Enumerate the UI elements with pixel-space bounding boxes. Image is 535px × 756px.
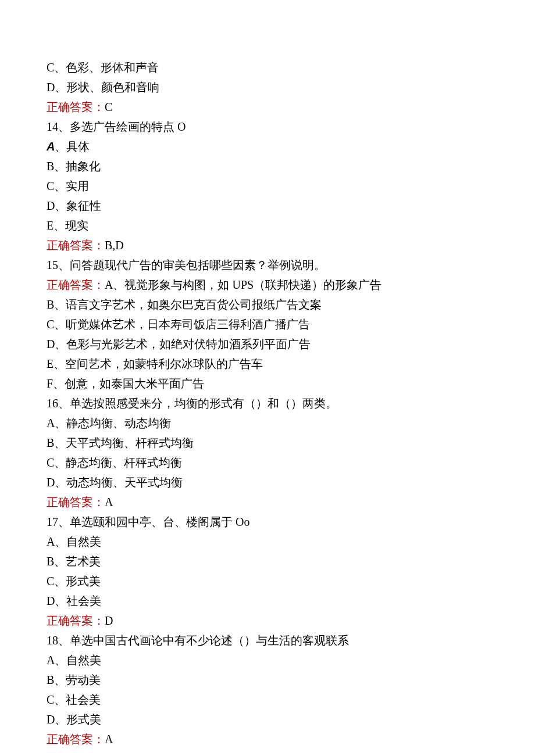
answer-label: 正确答案： bbox=[47, 239, 105, 252]
line-text: 14、多选广告绘画的特点 O bbox=[47, 120, 186, 133]
text-line: C、形式美 bbox=[47, 572, 488, 590]
text-line: C、社会美 bbox=[47, 690, 488, 709]
text-line: D、形状、颜色和音响 bbox=[47, 78, 488, 96]
answer-value: B,D bbox=[105, 239, 124, 252]
line-text: A、自然美 bbox=[47, 535, 101, 548]
line-text: F、创意，如泰国大米平面广告 bbox=[47, 377, 204, 390]
text-line: D、社会美 bbox=[47, 592, 488, 610]
text-line: E、现实 bbox=[47, 216, 488, 235]
line-text: B、劳动美 bbox=[47, 673, 101, 686]
text-line: A、具体 bbox=[47, 137, 488, 156]
line-text: C、色彩、形体和声音 bbox=[47, 61, 159, 74]
answer-label: 正确答案： bbox=[47, 733, 105, 746]
line-text: B、天平式均衡、杆秤式均衡 bbox=[47, 436, 194, 449]
text-line: A、静态均衡、动态均衡 bbox=[47, 414, 488, 432]
answer-label: 正确答案： bbox=[47, 614, 105, 627]
text-line: D、象征性 bbox=[47, 196, 488, 215]
answer-value: A bbox=[105, 733, 113, 746]
line-text: C、社会美 bbox=[47, 693, 101, 706]
line-text: 17、单选颐和园中亭、台、楼阁属于 Oo bbox=[47, 515, 249, 528]
document-content: C、色彩、形体和声音D、形状、颜色和音响正确答案：C14、多选广告绘画的特点 O… bbox=[47, 58, 488, 748]
line-text: D、象征性 bbox=[47, 199, 101, 212]
line-text: D、社会美 bbox=[47, 594, 101, 607]
line-text: D、形状、颜色和音响 bbox=[47, 81, 159, 94]
text-line: D、动态均衡、天平式均衡 bbox=[47, 473, 488, 492]
text-line: B、抽象化 bbox=[47, 157, 488, 175]
text-line: D、形式美 bbox=[47, 710, 488, 729]
answer-value: A、视觉形象与构图，如 UPS（联邦快递）的形象广告 bbox=[105, 278, 381, 291]
text-line: 正确答案：A bbox=[47, 730, 488, 748]
answer-value: A bbox=[105, 496, 113, 508]
text-line: C、色彩、形体和声音 bbox=[47, 58, 488, 77]
line-text: C、实用 bbox=[47, 180, 89, 192]
line-text: A、自然美 bbox=[47, 654, 101, 667]
text-line: A、自然美 bbox=[47, 532, 488, 551]
line-text: 18、单选中国古代画论中有不少论述（）与生活的客观联系 bbox=[47, 634, 349, 647]
answer-value: D bbox=[105, 614, 113, 627]
line-text: C、形式美 bbox=[47, 575, 101, 587]
answer-label: 正确答案： bbox=[47, 278, 105, 291]
text-line: 16、单选按照感受来分，均衡的形式有（）和（）两类。 bbox=[47, 394, 488, 413]
text-line: B、语言文字艺术，如奥尔巴克百货公司报纸广告文案 bbox=[47, 295, 488, 314]
line-text: B、抽象化 bbox=[47, 160, 101, 173]
text-line: 正确答案：C bbox=[47, 98, 488, 116]
text-line: C、静态均衡、杆秤式均衡 bbox=[47, 453, 488, 472]
text-line: D、色彩与光影艺术，如绝对伏特加酒系列平面广告 bbox=[47, 335, 488, 353]
text-line: F、创意，如泰国大米平面广告 bbox=[47, 374, 488, 393]
text-line: B、艺术美 bbox=[47, 552, 488, 571]
line-text: 15、问答题现代广告的审美包括哪些因素？举例说明。 bbox=[47, 259, 326, 271]
text-line: 正确答案：D bbox=[47, 611, 488, 630]
answer-value: C bbox=[105, 101, 112, 113]
line-text: C、听觉媒体艺术，日本寿司饭店三得利酒广播广告 bbox=[47, 318, 310, 331]
text-line: 14、多选广告绘画的特点 O bbox=[47, 117, 488, 136]
line-text: D、色彩与光影艺术，如绝对伏特加酒系列平面广告 bbox=[47, 338, 311, 350]
text-line: C、听觉媒体艺术，日本寿司饭店三得利酒广播广告 bbox=[47, 315, 488, 334]
line-text: B、语言文字艺术，如奥尔巴克百货公司报纸广告文案 bbox=[47, 298, 322, 311]
option-text: 、具体 bbox=[55, 140, 90, 153]
line-text: B、艺术美 bbox=[47, 555, 101, 568]
line-text: E、空间艺术，如蒙特利尔冰球队的广告车 bbox=[47, 357, 263, 370]
text-line: E、空间艺术，如蒙特利尔冰球队的广告车 bbox=[47, 354, 488, 373]
answer-label: 正确答案： bbox=[47, 496, 105, 508]
line-text: D、形式美 bbox=[47, 713, 101, 726]
option-prefix: A bbox=[47, 140, 55, 153]
text-line: 正确答案：A、视觉形象与构图，如 UPS（联邦快递）的形象广告 bbox=[47, 275, 488, 294]
text-line: 18、单选中国古代画论中有不少论述（）与生活的客观联系 bbox=[47, 631, 488, 650]
text-line: 17、单选颐和园中亭、台、楼阁属于 Oo bbox=[47, 513, 488, 531]
line-text: 16、单选按照感受来分，均衡的形式有（）和（）两类。 bbox=[47, 397, 337, 410]
line-text: C、静态均衡、杆秤式均衡 bbox=[47, 456, 182, 469]
text-line: B、劳动美 bbox=[47, 671, 488, 689]
text-line: 正确答案：A bbox=[47, 493, 488, 511]
text-line: B、天平式均衡、杆秤式均衡 bbox=[47, 433, 488, 452]
text-line: A、自然美 bbox=[47, 651, 488, 669]
text-line: C、实用 bbox=[47, 177, 488, 195]
line-text: E、现实 bbox=[47, 219, 88, 232]
line-text: D、动态均衡、天平式均衡 bbox=[47, 476, 183, 489]
line-text: A、静态均衡、动态均衡 bbox=[47, 417, 171, 429]
text-line: 正确答案：B,D bbox=[47, 236, 488, 255]
answer-label: 正确答案： bbox=[47, 101, 105, 113]
text-line: 15、问答题现代广告的审美包括哪些因素？举例说明。 bbox=[47, 256, 488, 274]
